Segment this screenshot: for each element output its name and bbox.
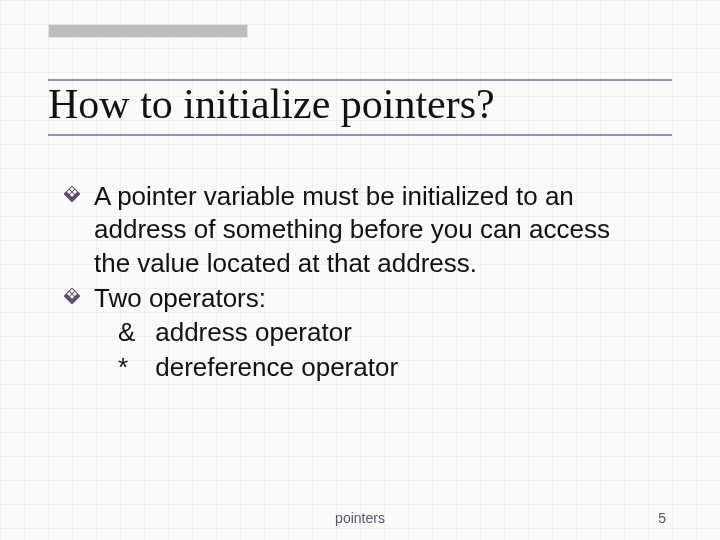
- sub-lines: & address operator * dereference operato…: [94, 315, 652, 385]
- bullet-item: A pointer variable must be initialized t…: [94, 180, 652, 280]
- slide-body: A pointer variable must be initialized t…: [48, 180, 672, 385]
- slide-footer: pointers 5: [0, 510, 720, 526]
- slide-title: How to initialize pointers?: [48, 82, 672, 132]
- operator-label: address operator: [155, 317, 352, 347]
- footer-center-text: pointers: [335, 510, 385, 526]
- bullet-text: A pointer variable must be initialized t…: [94, 181, 610, 278]
- operator-label: dereference operator: [155, 352, 398, 382]
- title-top-border: [48, 79, 672, 81]
- operator-line: * dereference operator: [118, 350, 652, 385]
- page-number: 5: [658, 510, 666, 526]
- diamond-bullet-icon: [64, 186, 80, 202]
- operator-symbol: &: [118, 315, 148, 350]
- diamond-bullet-icon: [64, 288, 80, 304]
- title-shadow-decoration: [48, 24, 248, 38]
- bullet-text: Two operators:: [94, 283, 266, 313]
- title-block: How to initialize pointers?: [48, 24, 672, 136]
- title-underline: [48, 134, 672, 136]
- slide: How to initialize pointers? A pointer va…: [0, 0, 720, 540]
- operator-symbol: *: [118, 350, 148, 385]
- operator-line: & address operator: [118, 315, 652, 350]
- bullet-item: Two operators: & address operator * dere…: [94, 282, 652, 385]
